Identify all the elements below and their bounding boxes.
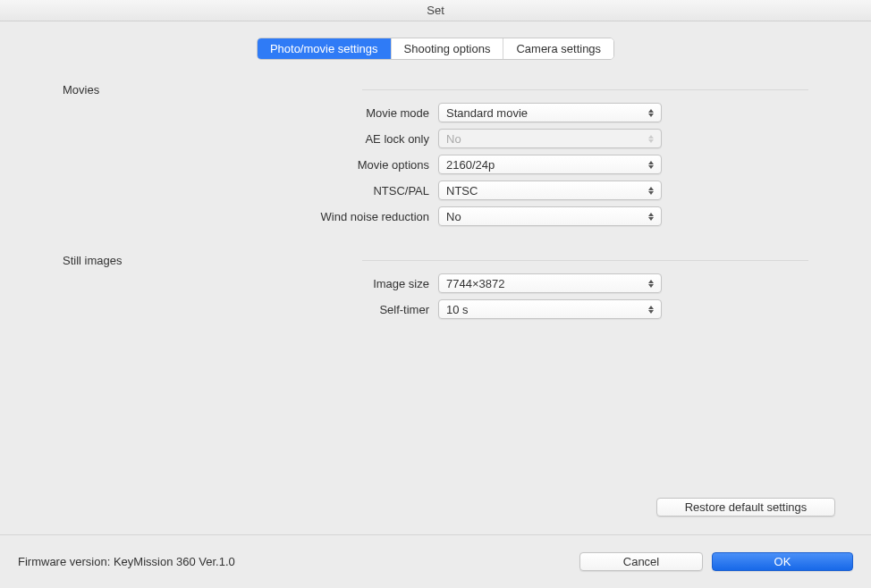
window-titlebar: Set xyxy=(0,0,871,21)
select-movie-options[interactable]: 2160/24p xyxy=(438,155,662,174)
row-ae-lock-only: AE lock only No xyxy=(63,129,808,148)
label-ae-lock-only: AE lock only xyxy=(63,132,438,146)
select-self-timer[interactable]: 10 s xyxy=(438,299,662,319)
divider xyxy=(362,89,808,90)
footer-buttons: Cancel OK xyxy=(579,552,853,571)
select-image-size[interactable]: 7744×3872 xyxy=(438,273,662,293)
label-movie-options: Movie options xyxy=(63,158,438,172)
label-self-timer: Self-timer xyxy=(63,303,438,316)
content-panel: Movies Movie mode Standard movie AE lock… xyxy=(18,69,853,524)
row-self-timer: Self-timer 10 s xyxy=(63,299,808,319)
section-still-images-title: Still images xyxy=(63,254,362,267)
section-movies-title: Movies xyxy=(63,83,362,97)
select-wind-noise-value: No xyxy=(446,210,461,223)
row-movie-mode: Movie mode Standard movie xyxy=(63,103,808,122)
select-ntsc-pal[interactable]: NTSC xyxy=(438,181,662,200)
select-movie-mode[interactable]: Standard movie xyxy=(438,103,662,122)
select-self-timer-value: 10 s xyxy=(446,303,469,316)
row-ntsc-pal: NTSC/PAL NTSC xyxy=(63,181,808,200)
firmware-version-text: Firmware version: KeyMission 360 Ver.1.0 xyxy=(18,555,579,568)
section-movies-header: Movies xyxy=(63,83,808,97)
updown-icon xyxy=(646,132,656,145)
footer: Firmware version: KeyMission 360 Ver.1.0… xyxy=(0,534,871,588)
select-movie-mode-value: Standard movie xyxy=(446,106,528,120)
row-wind-noise: Wind noise reduction No xyxy=(63,206,808,226)
select-wind-noise[interactable]: No xyxy=(438,206,662,226)
updown-icon xyxy=(646,158,656,171)
segmented-control: Photo/movie settings Shooting options Ca… xyxy=(257,38,614,60)
select-ae-lock-only: No xyxy=(438,129,662,148)
select-movie-options-value: 2160/24p xyxy=(446,158,495,172)
label-ntsc-pal: NTSC/PAL xyxy=(63,184,438,197)
row-movie-options: Movie options 2160/24p xyxy=(63,155,808,174)
updown-icon xyxy=(646,277,656,290)
updown-icon xyxy=(646,184,656,197)
select-ntsc-pal-value: NTSC xyxy=(446,184,478,197)
section-still-images-header: Still images xyxy=(63,254,808,267)
tab-camera-settings[interactable]: Camera settings xyxy=(503,38,613,59)
label-image-size: Image size xyxy=(63,277,438,290)
divider xyxy=(362,260,808,261)
restore-row: Restore default settings xyxy=(656,498,835,517)
select-ae-lock-only-value: No xyxy=(446,132,461,146)
label-wind-noise: Wind noise reduction xyxy=(63,210,438,223)
updown-icon xyxy=(646,303,656,315)
ok-button[interactable]: OK xyxy=(712,552,853,571)
updown-icon xyxy=(646,210,656,223)
window-title: Set xyxy=(427,4,444,17)
row-image-size: Image size 7744×3872 xyxy=(63,273,808,293)
updown-icon xyxy=(646,106,656,119)
tabs-row: Photo/movie settings Shooting options Ca… xyxy=(0,21,871,69)
cancel-button[interactable]: Cancel xyxy=(579,552,703,571)
tab-shooting-options[interactable]: Shooting options xyxy=(392,38,504,59)
label-movie-mode: Movie mode xyxy=(63,106,438,120)
restore-defaults-button[interactable]: Restore default settings xyxy=(656,498,835,517)
select-image-size-value: 7744×3872 xyxy=(446,277,504,290)
tab-photo-movie-settings[interactable]: Photo/movie settings xyxy=(258,38,392,59)
settings-window: Set Photo/movie settings Shooting option… xyxy=(0,0,871,588)
